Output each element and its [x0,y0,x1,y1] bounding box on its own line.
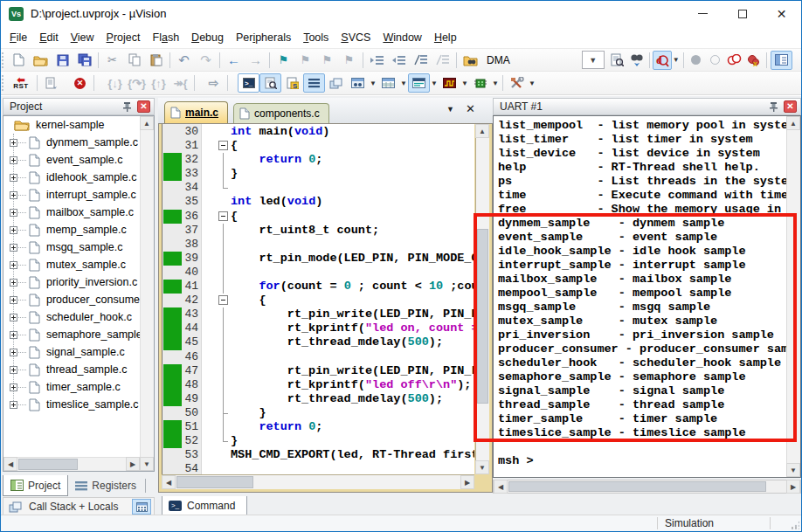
undo-button[interactable]: ↶ [173,51,195,70]
expand-icon[interactable] [10,226,17,234]
expand-icon[interactable] [10,331,17,339]
menu-item-debug[interactable]: Debug [185,29,230,46]
fold-collapse-icon[interactable] [218,139,230,153]
title-bar[interactable]: Vs D:\project.uvprojx - µVision ✕ [1,1,801,26]
find-next-button[interactable] [627,51,646,70]
editor-line[interactable]: 53MSH_CMD_EXPORT(led, RT-Thread first le… [162,448,474,462]
project-window-toggle-button[interactable] [771,51,792,70]
scroll-down-button[interactable]: ▼ [140,457,154,471]
scroll-right-button[interactable]: ▶ [786,480,800,494]
calculator-button[interactable] [132,499,151,515]
tab-list-dropdown-icon[interactable]: ▼ [446,105,454,114]
editor-line[interactable]: 30int main(void) [162,125,474,139]
scroll-right-button[interactable]: ▶ [460,475,474,489]
menu-item-svcs[interactable]: SVCS [335,29,377,46]
pin-icon[interactable] [769,101,781,112]
tree-item[interactable]: memp_sample.c [3,221,140,238]
tree-root[interactable]: kernel-sample [3,116,140,134]
save-button[interactable] [52,51,73,70]
fold-collapse-icon[interactable] [218,294,230,307]
next-bookmark-button[interactable]: ⚑ [294,51,316,70]
step-out-button[interactable]: {↑} [148,73,169,93]
tree-item[interactable]: scheduler_hook.c [3,308,140,326]
navigate-forward-button[interactable]: → [245,51,266,70]
editor-line[interactable]: 32 return 0; [162,153,474,167]
run-to-line-button[interactable]: ↠{ [169,73,191,93]
tree-item[interactable]: event_sample.c [3,151,140,169]
symbol-window-button[interactable]: S [281,73,303,93]
scroll-left-button[interactable]: ◀ [162,475,176,489]
clear-bookmarks-button[interactable]: ⚑ [338,51,360,70]
close-editor-icon[interactable]: ✕ [466,102,475,115]
tree-item[interactable]: idlehook_sample.c [3,169,140,186]
fold-collapse-icon[interactable] [218,210,230,224]
scroll-up-button[interactable]: ▲ [786,116,800,130]
menu-item-view[interactable]: View [65,29,100,46]
run-to-cursor-icon[interactable] [40,73,62,93]
tree-item[interactable]: mailbox_sample.c [3,204,140,221]
cut-button[interactable]: ✂ [101,51,123,70]
watch-window-dropdown[interactable]: ▼ [369,79,377,87]
expand-icon[interactable] [10,349,17,356]
menu-item-tools[interactable]: Tools [297,29,335,46]
tree-item[interactable]: signal_sample.c [3,343,140,361]
editor-line[interactable]: 34 [162,181,474,195]
minimize-button[interactable] [683,1,722,26]
hscroll-thumb[interactable] [508,481,766,492]
expand-icon[interactable] [10,191,17,199]
expand-icon[interactable] [10,174,17,182]
editor-line[interactable]: 45 rt_thread_mdelay(500); [162,335,474,349]
maximize-button[interactable] [722,1,762,26]
scroll-right-button[interactable]: ▶ [126,457,140,471]
serial-window-button[interactable] [408,73,430,93]
project-close-icon[interactable]: ✕ [137,100,150,113]
editor-line[interactable]: 33} [162,167,474,181]
tab-main-c[interactable]: main.c [164,101,228,123]
tree-item[interactable]: producer_consumer.c [3,291,140,308]
toolbox-button[interactable] [506,73,528,93]
tree-item[interactable]: msgq_sample.c [3,238,140,256]
find-in-files-button[interactable]: d [653,51,672,70]
tree-item[interactable]: interrupt_sample.c [3,186,140,204]
registers-window-button[interactable] [303,73,325,93]
menu-item-help[interactable]: Help [428,29,463,46]
expand-icon[interactable] [10,279,17,287]
editor-line[interactable]: 47 rt_pin_write(LED_PIN, PIN_LOW); [162,364,474,378]
scroll-down-button[interactable]: ▼ [475,460,489,474]
insert-bookmark-button[interactable]: ⚑ [273,51,294,70]
find-in-document-button[interactable] [608,51,627,70]
disassembly-window-button[interactable] [259,73,281,93]
indent-button[interactable] [366,51,388,70]
toolbar-grip2[interactable] [2,75,6,91]
tab-project[interactable]: Project [3,475,68,496]
project-tree-hscrollbar[interactable]: ◀ ▶ [3,457,140,471]
tree-item[interactable]: thread_sample.c [3,361,140,378]
reset-button[interactable]: ⬅RST [8,76,34,90]
system-viewer-dropdown[interactable]: ▼ [491,79,500,87]
tree-item[interactable]: timeslice_sample.c [3,396,140,413]
prev-bookmark-button[interactable]: ⚑ [316,51,338,70]
toolbox-dropdown[interactable]: ▼ [528,79,536,87]
editor-line[interactable]: 40 [162,266,474,280]
menu-item-project[interactable]: Project [100,29,147,46]
new-file-button[interactable] [8,51,30,70]
logic-analyzer-dropdown[interactable]: ▼ [460,79,469,87]
memory-window-button[interactable] [377,73,399,93]
find-in-files-folder-icon[interactable] [460,51,481,70]
call-stack-window-button[interactable] [325,73,347,93]
editor-line[interactable]: 51 return 0; [162,420,474,434]
editor-line[interactable]: 39 rt_pin_mode(LED_PIN, PIN_MODE_OUTPUT)… [162,252,474,266]
tree-item[interactable]: priority_inversion.c [3,273,140,291]
resize-grip[interactable] [791,521,799,529]
paste-button[interactable] [145,51,167,70]
editor-line[interactable]: 54 [162,462,474,474]
editor-line[interactable]: 50 } [162,406,474,420]
scroll-up-button[interactable]: ▲ [475,124,489,138]
hscroll-thumb[interactable] [176,476,253,488]
expand-icon[interactable] [10,366,17,374]
editor-line[interactable]: 41 for(count = 0 ; count < 10 ;count++) [162,280,474,294]
editor-line[interactable]: 46 [162,350,474,364]
outdent-button[interactable] [388,51,410,70]
hscroll-thumb[interactable] [18,459,78,470]
menu-item-flash[interactable]: Flash [147,29,186,46]
